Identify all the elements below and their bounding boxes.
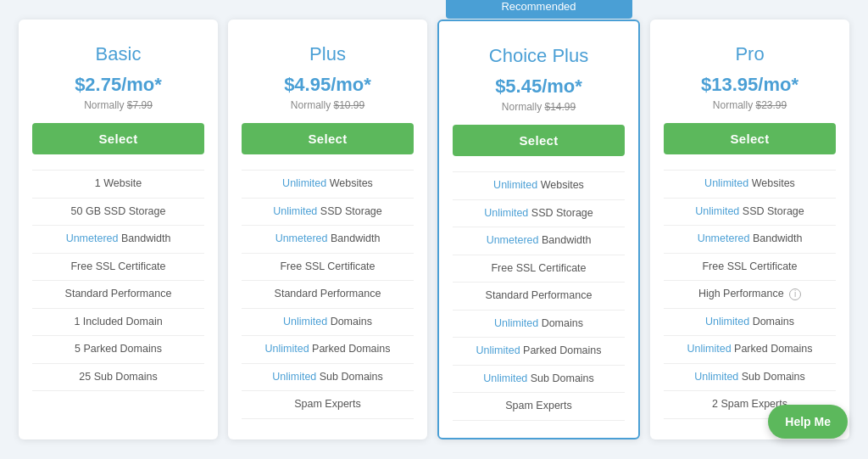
feature-item: 1 Included Domain	[32, 309, 204, 337]
plan-price-pro: $13.95/mo*	[701, 74, 798, 96]
plan-price-choice-plus: $5.45/mo*	[495, 76, 582, 98]
feature-item: Unlimited Websites	[453, 172, 625, 200]
feature-item: Unlimited Parked Domains	[453, 338, 625, 366]
feature-item: Free SSL Certificate	[453, 255, 625, 283]
plan-name-plus: Plus	[309, 43, 346, 65]
feature-item: 5 Parked Domains	[32, 336, 204, 364]
feature-item: Free SSL Certificate	[664, 254, 836, 282]
feature-item: Unlimited Sub Domains	[664, 364, 836, 392]
feature-item: Unlimited Domains	[664, 309, 836, 337]
plan-card-plus: Plus$4.95/mo*Normally $10.99SelectUnlimi…	[228, 20, 427, 439]
select-button-pro[interactable]: Select	[664, 123, 836, 154]
select-button-choice-plus[interactable]: Select	[453, 125, 625, 156]
features-list-basic: 1 Website50 GB SSD StorageUnmetered Band…	[32, 170, 204, 391]
features-list-plus: Unlimited WebsitesUnlimited SSD StorageU…	[242, 170, 414, 419]
feature-item: Unlimited Sub Domains	[242, 364, 414, 392]
select-button-plus[interactable]: Select	[242, 123, 414, 154]
feature-item: Unlimited Domains	[242, 309, 414, 337]
features-list-choice-plus: Unlimited WebsitesUnlimited SSD StorageU…	[453, 171, 625, 421]
plan-price-basic: $2.75/mo*	[75, 74, 162, 96]
plan-card-basic: Basic$2.75/mo*Normally $7.99Select1 Webs…	[19, 20, 218, 439]
feature-item: 1 Website	[32, 171, 204, 199]
feature-item: Free SSL Certificate	[242, 254, 414, 282]
feature-item: Spam Experts	[453, 393, 625, 421]
feature-item: High Performance i	[664, 281, 836, 309]
feature-item: Unlimited SSD Storage	[453, 200, 625, 228]
plan-price-plus: $4.95/mo*	[284, 74, 371, 96]
feature-item: Unmetered Bandwidth	[453, 227, 625, 255]
plan-name-pro: Pro	[735, 43, 764, 65]
features-list-pro: Unlimited WebsitesUnlimited SSD StorageU…	[664, 170, 836, 419]
feature-item: Standard Performance	[32, 281, 204, 309]
help-button[interactable]: Help Me	[768, 405, 848, 439]
plan-normal-price-choice-plus: Normally $14.99	[502, 101, 576, 113]
feature-item: Unmetered Bandwidth	[242, 226, 414, 254]
feature-item: Unlimited Parked Domains	[664, 336, 836, 364]
plan-card-pro: Pro$13.95/mo*Normally $23.99SelectUnlimi…	[650, 20, 849, 439]
feature-item: Unlimited Websites	[242, 171, 414, 199]
select-button-basic[interactable]: Select	[32, 123, 204, 154]
plans-container: Basic$2.75/mo*Normally $7.99Select1 Webs…	[19, 20, 849, 439]
plan-card-choice-plus: RecommendedChoice Plus$5.45/mo*Normally …	[437, 20, 640, 439]
feature-item: Unlimited Domains	[453, 311, 625, 339]
plan-name-choice-plus: Choice Plus	[489, 45, 588, 67]
feature-item: Unlimited SSD Storage	[242, 199, 414, 227]
plan-normal-price-plus: Normally $10.99	[291, 99, 364, 111]
feature-item: Unlimited Websites	[664, 171, 836, 199]
info-icon: i	[789, 288, 801, 300]
feature-item: 50 GB SSD Storage	[32, 199, 204, 227]
plan-name-basic: Basic	[96, 43, 142, 65]
feature-item: 25 Sub Domains	[32, 364, 204, 392]
pricing-wrapper: Basic$2.75/mo*Normally $7.99Select1 Webs…	[19, 20, 849, 439]
plan-normal-price-pro: Normally $23.99	[713, 99, 787, 111]
feature-item: Unmetered Bandwidth	[664, 226, 836, 254]
plan-normal-price-basic: Normally $7.99	[84, 99, 153, 111]
feature-item: Free SSL Certificate	[32, 254, 204, 282]
feature-item: Unlimited SSD Storage	[664, 199, 836, 227]
feature-item: Spam Experts	[242, 391, 414, 419]
feature-item: Unlimited Parked Domains	[242, 336, 414, 364]
feature-item: Standard Performance	[242, 281, 414, 309]
feature-item: Unlimited Sub Domains	[453, 366, 625, 394]
feature-item: Standard Performance	[453, 283, 625, 311]
recommended-badge: Recommended	[446, 0, 632, 19]
feature-item: Unmetered Bandwidth	[32, 226, 204, 254]
